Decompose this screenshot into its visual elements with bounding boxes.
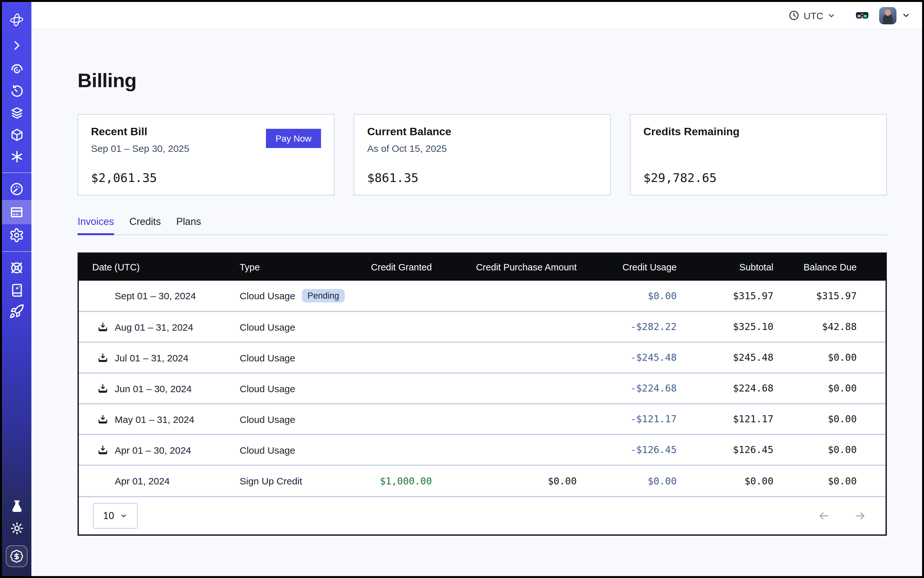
credit-usage-value: -$224.68 — [586, 373, 685, 404]
download-icon[interactable] — [97, 352, 108, 363]
next-page-arrow-icon[interactable] — [854, 510, 866, 522]
credits-remaining-amount: $29,782.65 — [643, 170, 717, 185]
credit-purchase-value — [441, 281, 586, 312]
history-timer-icon[interactable] — [2, 80, 31, 102]
main-content: Billing Recent Bill Sep 01 – Sep 30, 202… — [31, 29, 922, 576]
column-header: Credit Granted — [354, 254, 441, 281]
right-pane: UTC Billing — [31, 2, 922, 576]
usage-gauge-icon[interactable] — [2, 178, 31, 200]
credit-granted-value — [354, 435, 441, 465]
sidebar-divider — [2, 172, 31, 173]
cube-icon[interactable] — [2, 124, 31, 146]
credit-purchase-value — [441, 373, 586, 404]
credit-granted-value — [354, 404, 441, 435]
current-balance-amount: $861.35 — [367, 170, 419, 185]
balance-due-value: $0.00 — [783, 435, 885, 465]
account-chevron-down-icon[interactable] — [901, 11, 911, 20]
download-icon[interactable] — [97, 444, 108, 455]
invoice-type: Cloud Usage — [240, 414, 295, 425]
column-header: Type — [239, 254, 354, 281]
sidebar-divider — [2, 251, 31, 252]
column-header: Credit Purchase Amount — [441, 254, 586, 281]
download-icon[interactable] — [97, 383, 108, 394]
column-header: Credit Usage — [586, 254, 685, 281]
balance-due-value: $315.97 — [783, 281, 885, 312]
credit-purchase-value — [441, 312, 586, 342]
credit-purchase-value — [441, 435, 586, 465]
table-row: Sept 01 – 30, 2024 Cloud Usage Pending $… — [79, 281, 885, 312]
timezone-label: UTC — [804, 10, 823, 21]
asterisk-icon[interactable] — [2, 146, 31, 167]
invoice-type: Cloud Usage — [240, 383, 295, 394]
tab-credits[interactable]: Credits — [130, 216, 161, 235]
table-header-row: Date (UTC)TypeCredit GrantedCredit Purch… — [79, 254, 885, 281]
subtotal-value: $245.48 — [685, 342, 783, 373]
card-title: Current Balance — [367, 126, 597, 138]
sidebar-item-billing[interactable] — [2, 200, 31, 224]
sidebar — [2, 2, 31, 576]
support-wheel-icon[interactable] — [2, 257, 31, 279]
summary-cards: Recent Bill Sep 01 – Sep 30, 2025 Pay No… — [78, 114, 887, 195]
invoice-date: May 01 – 31, 2024 — [115, 414, 195, 425]
credit-purchase-value — [441, 404, 586, 435]
credits-remaining-card: Credits Remaining $29,782.65 — [630, 114, 887, 195]
rocket-icon[interactable] — [2, 300, 31, 322]
avatar[interactable] — [879, 7, 896, 24]
theme-sun-icon[interactable] — [2, 517, 31, 539]
credit-usage-value: -$245.48 — [586, 342, 685, 373]
invoice-date: Aug 01 – 31, 2024 — [115, 321, 193, 332]
page-title: Billing — [78, 69, 887, 92]
invoice-date: Apr 01, 2024 — [115, 476, 170, 486]
collapse-chevron-right-icon[interactable] — [2, 32, 31, 58]
page-size-select[interactable]: 10 — [93, 503, 138, 529]
settings-gear-icon[interactable] — [2, 224, 31, 246]
invoice-date: Jul 01 – 31, 2024 — [115, 352, 188, 363]
subtotal-value: $121.17 — [685, 404, 783, 435]
table-row: Aug 01 – 31, 2024 Cloud Usage -$282.22 $… — [79, 312, 885, 342]
credit-usage-value: -$121.17 — [586, 404, 685, 435]
topbar: UTC — [31, 2, 922, 29]
page-size-value: 10 — [103, 510, 114, 521]
goggles-icon[interactable] — [855, 8, 870, 23]
download-icon[interactable] — [97, 414, 108, 425]
experiments-flask-icon[interactable] — [2, 495, 31, 517]
credit-granted-value — [354, 373, 441, 404]
pay-now-button[interactable]: Pay Now — [266, 129, 321, 148]
download-icon[interactable] — [97, 321, 108, 332]
clock-icon — [788, 10, 800, 21]
chevron-down-icon — [120, 512, 128, 520]
table-row: Jun 01 – 30, 2024 Cloud Usage -$224.68 $… — [79, 373, 885, 404]
chevron-down-icon — [827, 11, 836, 19]
invoice-date: Sept 01 – 30, 2024 — [115, 290, 196, 301]
subtotal-value: $224.68 — [685, 373, 783, 404]
credits-dollar-badge-icon[interactable] — [6, 546, 28, 567]
card-title: Credits Remaining — [643, 126, 874, 138]
logo-orbit-icon[interactable] — [2, 7, 31, 32]
credit-granted-value: $1,000.00 — [354, 465, 441, 496]
column-header: Balance Due — [783, 254, 885, 281]
subtotal-value: $315.97 — [685, 281, 783, 312]
credit-granted-value — [354, 342, 441, 373]
status-badge: Pending — [302, 289, 345, 303]
credit-purchase-value — [441, 342, 586, 373]
layers-icon[interactable] — [2, 102, 31, 124]
balance-due-value: $0.00 — [783, 342, 885, 373]
invoice-type: Cloud Usage — [240, 321, 295, 332]
tab-plans[interactable]: Plans — [176, 216, 201, 235]
tab-invoices[interactable]: Invoices — [78, 216, 114, 235]
subtotal-value: $126.45 — [685, 435, 783, 465]
docs-book-icon[interactable] — [2, 279, 31, 300]
credit-usage-value: -$282.22 — [586, 312, 685, 342]
table-row: Apr 01 – 30, 2024 Cloud Usage -$126.45 $… — [79, 435, 885, 465]
card-title: Recent Bill — [91, 126, 189, 138]
timezone-selector[interactable]: UTC — [788, 10, 836, 21]
invoice-type: Cloud Usage — [240, 444, 295, 455]
billing-period: Sep 01 – Sep 30, 2025 — [91, 143, 189, 154]
current-balance-card: Current Balance As of Oct 15, 2025 $861.… — [354, 114, 611, 195]
observe-spiral-icon[interactable] — [2, 58, 31, 80]
table-row: Jul 01 – 31, 2024 Cloud Usage -$245.48 $… — [79, 342, 885, 373]
prev-page-arrow-icon[interactable] — [818, 510, 830, 522]
invoice-type: Sign Up Credit — [240, 476, 302, 486]
credit-card-icon — [9, 205, 24, 220]
table-footer: 10 — [79, 496, 885, 534]
